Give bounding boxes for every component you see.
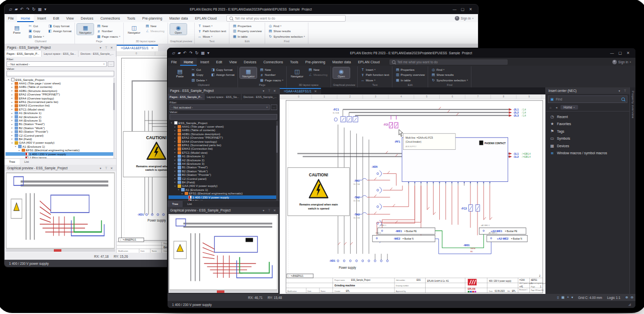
tree-item[interactable]: ▸ADB1 (Structure description) <box>169 132 278 136</box>
tree-item[interactable]: ▸EPA1 (Summarized parts list) <box>6 100 115 103</box>
synchronize-selection-button[interactable]: ↻Synchronize selection▾ <box>430 78 469 83</box>
close-icon[interactable]: ✕ <box>151 46 153 50</box>
tree-item[interactable]: ▸B3 (Station "Provide") <box>169 173 278 176</box>
tree-item[interactable]: ▾ESS_Sample_Project <box>169 121 278 125</box>
tree-expander-icon[interactable]: ▸ <box>174 174 177 176</box>
tree-expander-icon[interactable]: ▸ <box>174 177 177 180</box>
undo-icon[interactable]: ↶ <box>20 7 24 12</box>
page-macro-button[interactable]: ▩Page macro▾ <box>96 34 121 39</box>
tree-item[interactable]: ▸EFA2 (Overview "PROFINET") <box>6 93 115 96</box>
tree-item[interactable]: ▸EMA3 (Connection list) <box>169 147 278 151</box>
options-dropdown-icon[interactable]: ▾ <box>572 295 573 299</box>
tell-me-search-input[interactable]: Tell me what you want to do <box>389 59 508 65</box>
tree-expander-icon[interactable]: ▾ <box>7 78 10 81</box>
tree-item[interactable]: ▸EFA4 (Overview topology) <box>6 96 115 100</box>
ribbon-tab-devices[interactable]: Devices <box>77 14 97 22</box>
tree-expander-icon[interactable]: ▸ <box>11 119 14 122</box>
tree-expander-icon[interactable]: ▾ <box>177 188 180 191</box>
tree-item[interactable]: ▾A1 (Enclosure 1) <box>6 145 115 148</box>
tree-scrollbar[interactable] <box>276 121 278 200</box>
tree-expander-icon[interactable]: ▸ <box>11 86 14 88</box>
tree-item[interactable]: ▾GAA (400 V power supply) <box>6 141 115 145</box>
ribbon-tab-pre-planning[interactable]: Pre-planning <box>302 58 329 66</box>
insert-button[interactable]: TInsert▾ <box>197 24 227 29</box>
tree-expander-icon[interactable]: ▸ <box>11 134 14 137</box>
tab-list[interactable]: List <box>183 201 196 207</box>
assign-format-button[interactable]: ◧Assign format <box>210 73 236 78</box>
tree-item[interactable]: ▾EFS1 (Electrical engineering schematic) <box>6 148 115 152</box>
tree-expander-icon[interactable]: ▸ <box>174 162 177 165</box>
tab-tree[interactable]: Tree <box>5 159 20 165</box>
delete-button[interactable]: ▨Delete▾ <box>190 78 208 83</box>
maximize-button[interactable]: ▢ <box>616 51 624 55</box>
tab-pages[interactable]: Pages - ESS_Sample_P... <box>5 51 42 57</box>
preview-scroll-thumb[interactable] <box>54 249 61 252</box>
tree-item[interactable]: ▸AAB1 (Table of contents) <box>169 129 278 132</box>
tab-layout-space[interactable]: Layout space - ESS_Sa... <box>42 51 78 57</box>
tree-expander-icon[interactable]: ▸ <box>11 93 14 96</box>
ribbon-tab-master-data[interactable]: Master data <box>166 14 191 22</box>
snap-icon[interactable]: ▯ <box>557 295 559 299</box>
move-button[interactable]: ↔Move▾ <box>197 34 227 39</box>
refresh-icon[interactable]: ↻ <box>195 51 199 55</box>
chevron-down-icon[interactable]: ▾ <box>262 89 266 92</box>
grid-icon[interactable]: ▦ <box>201 51 205 55</box>
pin-icon[interactable]: ⊤ <box>267 89 271 92</box>
tree-item[interactable]: ▸B2 (Station "Work") <box>6 126 115 130</box>
crosshair-icon[interactable]: + <box>567 295 569 299</box>
graphical-preview[interactable] <box>6 172 115 252</box>
fc5-selected-symbol[interactable]: -FC5 <box>383 116 398 128</box>
insert-center-item-recent[interactable]: ◷Recent <box>546 113 629 121</box>
tab-pages[interactable]: Pages - ESS_Sample_P... <box>168 94 205 100</box>
undo-icon[interactable]: ↶ <box>183 51 187 55</box>
tree-expander-icon[interactable]: ▸ <box>174 159 177 161</box>
tree-expander-icon[interactable]: ▸ <box>11 123 14 126</box>
close-icon[interactable]: ✕ <box>273 208 277 212</box>
tree-item[interactable]: ▸ADB1 (Structure description) <box>6 89 115 92</box>
pages-panel-header[interactable]: Pages - ESS_Sample_Project ▾ ⊤ ✕ <box>168 87 279 94</box>
number-button[interactable]: #Number <box>96 29 121 34</box>
tree-item[interactable]: ▾GAA (400 V power supply) <box>169 184 278 188</box>
open-icon[interactable]: ▰ <box>178 51 181 55</box>
tree-expander-icon[interactable]: ▸ <box>11 108 14 111</box>
filter-combobox[interactable]: - Not activated - ▾ <box>170 104 270 110</box>
insert-center-item-window[interactable]: ⧈Window macros / symbol macros <box>546 150 629 157</box>
ribbon-tab-view[interactable]: View <box>226 58 240 66</box>
property-overview-button[interactable]: ▥Property overview <box>231 29 263 34</box>
tree-item[interactable]: ▸AAA1 (Title page / cover sheet) <box>169 125 278 128</box>
grid-icon[interactable]: ▦ <box>561 295 565 299</box>
tree-expander-icon[interactable]: ▸ <box>11 131 14 133</box>
tab-tree[interactable]: Tree <box>168 201 183 207</box>
quick-access-toolbar[interactable]: ▱▰↶↷↻▦▾ <box>5 7 51 12</box>
pages-panel-header[interactable]: Pages - ESS_Sample_Project ▾ ⊤ ✕ <box>5 44 116 51</box>
tree-item[interactable]: ▸AAB1 (Table of contents) <box>6 85 115 89</box>
ribbon-tab-tools[interactable]: Tools <box>286 58 301 66</box>
ribbon-tab-eplan-cloud[interactable]: EPLAN Cloud <box>191 14 220 22</box>
tree-item[interactable]: ▸B4 (Field) <box>6 137 115 141</box>
preview-panel-header[interactable]: Graphical preview - ESS_Sample_Project ▾… <box>5 165 116 171</box>
insert-center-item-tags[interactable]: ⚑Tags <box>546 128 629 135</box>
terminal-strip[interactable] <box>337 254 388 262</box>
copy-format-button[interactable]: ◨Copy format <box>47 24 73 29</box>
tree-item[interactable]: ▸ETC1 (Model view) <box>169 151 278 154</box>
ribbon-tab-file[interactable]: File <box>168 58 180 66</box>
chevron-down-icon[interactable]: ▾ <box>99 166 103 170</box>
open-icon[interactable]: ▰ <box>15 7 18 12</box>
move-button[interactable]: ↔Move▾ <box>360 78 390 83</box>
ribbon-tab-eplan-cloud[interactable]: EPLAN Cloud <box>354 58 383 66</box>
tree-item[interactable]: ▸A4 (Enclosure 3) <box>169 162 278 165</box>
properties-button[interactable]: ▤Properties <box>231 24 263 29</box>
ribbon-tab-connections[interactable]: Connections <box>97 14 124 22</box>
ribbon-tab-master-data[interactable]: Master data <box>329 58 354 66</box>
pin-icon[interactable]: ⊤ <box>104 46 108 49</box>
tree-expander-icon[interactable]: ▸ <box>174 166 177 169</box>
preview-scroll-thumb[interactable] <box>217 290 224 293</box>
tree-item[interactable]: 1 400 / 230 V power supply <box>169 195 278 199</box>
tree-item[interactable]: ▸B1 (Station "Feed") <box>6 123 115 126</box>
tree-expander-icon[interactable]: ▸ <box>174 133 177 135</box>
chevron-down-icon[interactable]: ▾ <box>617 89 621 92</box>
open-button[interactable]: ◉Open <box>333 67 350 78</box>
insert-center-header[interactable]: Insert center (NEC) ▾ ⊤ <box>546 87 629 94</box>
redo-icon[interactable]: ↷ <box>189 51 193 55</box>
tree-item[interactable]: ▸A1 (Enclosure 1) <box>6 112 115 115</box>
